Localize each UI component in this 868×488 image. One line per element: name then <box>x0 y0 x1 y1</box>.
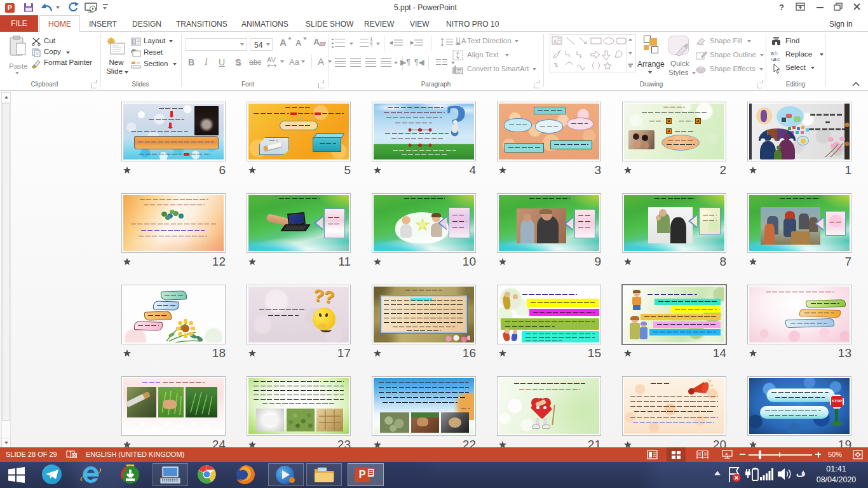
svg-text:A: A <box>461 37 466 44</box>
svg-text:c: c <box>777 56 780 62</box>
